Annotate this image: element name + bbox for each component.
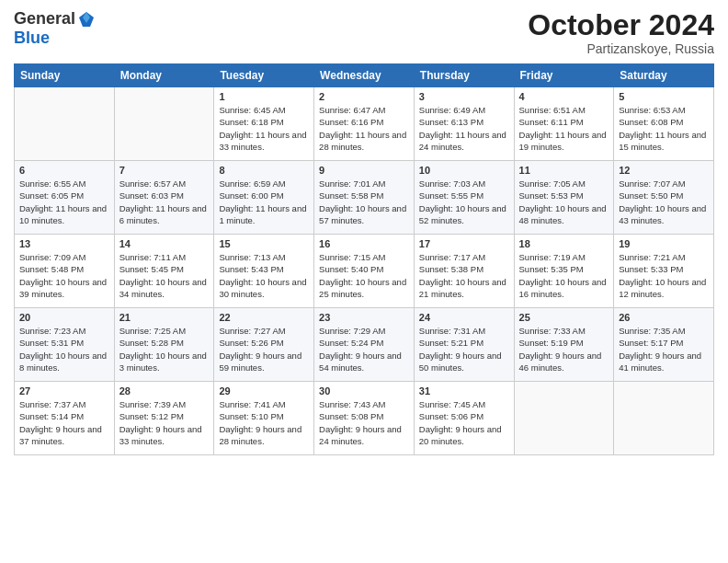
calendar-cell: 10Sunrise: 7:03 AM Sunset: 5:55 PM Dayli… (414, 161, 514, 235)
day-number: 9 (319, 165, 409, 176)
calendar-cell: 2Sunrise: 6:47 AM Sunset: 6:16 PM Daylig… (314, 87, 415, 161)
calendar-cell: 11Sunrise: 7:05 AM Sunset: 5:53 PM Dayli… (514, 161, 614, 235)
calendar-cell (614, 382, 714, 455)
day-number: 7 (119, 165, 210, 176)
calendar-cell: 29Sunrise: 7:41 AM Sunset: 5:10 PM Dayli… (214, 382, 314, 455)
calendar-week-row: 13Sunrise: 7:09 AM Sunset: 5:48 PM Dayli… (15, 235, 714, 308)
calendar-week-row: 27Sunrise: 7:37 AM Sunset: 5:14 PM Dayli… (15, 382, 714, 455)
day-info: Sunrise: 6:55 AM Sunset: 6:05 PM Dayligh… (19, 178, 109, 226)
calendar-cell: 15Sunrise: 7:13 AM Sunset: 5:43 PM Dayli… (214, 235, 314, 308)
day-info: Sunrise: 7:25 AM Sunset: 5:28 PM Dayligh… (119, 325, 210, 373)
day-info: Sunrise: 7:39 AM Sunset: 5:12 PM Dayligh… (119, 398, 210, 447)
day-number: 25 (519, 312, 609, 323)
day-info: Sunrise: 6:59 AM Sunset: 6:00 PM Dayligh… (219, 178, 309, 226)
calendar-table: SundayMondayTuesdayWednesdayThursdayFrid… (14, 63, 714, 455)
day-number: 2 (319, 91, 409, 102)
day-number: 26 (619, 312, 709, 323)
day-info: Sunrise: 6:51 AM Sunset: 6:11 PM Dayligh… (519, 104, 609, 153)
day-number: 24 (419, 312, 509, 323)
weekday-header-monday: Monday (114, 64, 214, 87)
weekday-header-thursday: Thursday (414, 64, 514, 87)
day-info: Sunrise: 7:21 AM Sunset: 5:33 PM Dayligh… (619, 251, 709, 300)
day-info: Sunrise: 7:17 AM Sunset: 5:38 PM Dayligh… (419, 251, 509, 300)
day-number: 3 (419, 91, 509, 102)
day-number: 13 (19, 238, 109, 249)
calendar-cell: 4Sunrise: 6:51 AM Sunset: 6:11 PM Daylig… (514, 87, 614, 161)
day-number: 23 (319, 312, 409, 323)
day-info: Sunrise: 7:35 AM Sunset: 5:17 PM Dayligh… (619, 325, 709, 373)
calendar-cell: 30Sunrise: 7:43 AM Sunset: 5:08 PM Dayli… (314, 382, 415, 455)
day-number: 5 (619, 91, 709, 102)
calendar-cell: 8Sunrise: 6:59 AM Sunset: 6:00 PM Daylig… (214, 161, 314, 235)
calendar-cell: 1Sunrise: 6:45 AM Sunset: 6:18 PM Daylig… (214, 87, 314, 161)
day-number: 22 (219, 312, 309, 323)
calendar-body: 1Sunrise: 6:45 AM Sunset: 6:18 PM Daylig… (15, 87, 714, 455)
day-info: Sunrise: 7:01 AM Sunset: 5:58 PM Dayligh… (319, 178, 409, 226)
calendar-cell: 18Sunrise: 7:19 AM Sunset: 5:35 PM Dayli… (514, 235, 614, 308)
day-info: Sunrise: 7:13 AM Sunset: 5:43 PM Dayligh… (219, 251, 309, 300)
day-info: Sunrise: 7:19 AM Sunset: 5:35 PM Dayligh… (519, 251, 609, 300)
calendar-cell: 5Sunrise: 6:53 AM Sunset: 6:08 PM Daylig… (614, 87, 714, 161)
day-info: Sunrise: 7:07 AM Sunset: 5:50 PM Dayligh… (619, 178, 709, 226)
day-number: 30 (319, 385, 409, 396)
calendar-cell: 23Sunrise: 7:29 AM Sunset: 5:24 PM Dayli… (314, 308, 415, 382)
day-number: 28 (119, 385, 210, 396)
calendar-cell: 3Sunrise: 6:49 AM Sunset: 6:13 PM Daylig… (414, 87, 514, 161)
day-number: 20 (19, 312, 109, 323)
day-info: Sunrise: 7:41 AM Sunset: 5:10 PM Dayligh… (219, 398, 309, 447)
day-info: Sunrise: 7:05 AM Sunset: 5:53 PM Dayligh… (519, 178, 609, 226)
day-info: Sunrise: 6:57 AM Sunset: 6:03 PM Dayligh… (119, 178, 210, 226)
calendar-week-row: 6Sunrise: 6:55 AM Sunset: 6:05 PM Daylig… (15, 161, 714, 235)
calendar-cell: 31Sunrise: 7:45 AM Sunset: 5:06 PM Dayli… (414, 382, 514, 455)
calendar-cell: 24Sunrise: 7:31 AM Sunset: 5:21 PM Dayli… (414, 308, 514, 382)
day-info: Sunrise: 7:03 AM Sunset: 5:55 PM Dayligh… (419, 178, 509, 226)
calendar-cell: 12Sunrise: 7:07 AM Sunset: 5:50 PM Dayli… (614, 161, 714, 235)
day-number: 29 (219, 385, 309, 396)
calendar-cell: 14Sunrise: 7:11 AM Sunset: 5:45 PM Dayli… (114, 235, 214, 308)
day-info: Sunrise: 7:27 AM Sunset: 5:26 PM Dayligh… (219, 325, 309, 373)
calendar-cell: 19Sunrise: 7:21 AM Sunset: 5:33 PM Dayli… (614, 235, 714, 308)
calendar-cell: 26Sunrise: 7:35 AM Sunset: 5:17 PM Dayli… (614, 308, 714, 382)
logo: General Blue (14, 9, 96, 48)
weekday-header-saturday: Saturday (614, 64, 714, 87)
day-info: Sunrise: 6:45 AM Sunset: 6:18 PM Dayligh… (219, 104, 309, 153)
day-number: 12 (619, 165, 709, 176)
page: General Blue October 2024 Partizanskoye,… (0, 0, 728, 563)
day-info: Sunrise: 7:15 AM Sunset: 5:40 PM Dayligh… (319, 251, 409, 300)
calendar-cell: 21Sunrise: 7:25 AM Sunset: 5:28 PM Dayli… (114, 308, 214, 382)
day-info: Sunrise: 7:09 AM Sunset: 5:48 PM Dayligh… (19, 251, 109, 300)
header: General Blue October 2024 Partizanskoye,… (14, 9, 714, 56)
title-block: October 2024 Partizanskoye, Russia (528, 9, 714, 56)
calendar-cell: 25Sunrise: 7:33 AM Sunset: 5:19 PM Dayli… (514, 308, 614, 382)
day-number: 31 (419, 385, 509, 396)
day-number: 19 (619, 238, 709, 249)
day-info: Sunrise: 7:43 AM Sunset: 5:08 PM Dayligh… (319, 398, 409, 447)
calendar-cell: 27Sunrise: 7:37 AM Sunset: 5:14 PM Dayli… (15, 382, 115, 455)
logo-blue: Blue (14, 29, 50, 48)
day-info: Sunrise: 6:47 AM Sunset: 6:16 PM Dayligh… (319, 104, 409, 153)
calendar-cell (114, 87, 214, 161)
calendar-cell: 9Sunrise: 7:01 AM Sunset: 5:58 PM Daylig… (314, 161, 415, 235)
day-info: Sunrise: 6:53 AM Sunset: 6:08 PM Dayligh… (619, 104, 709, 153)
weekday-header-wednesday: Wednesday (314, 64, 415, 87)
calendar-cell: 20Sunrise: 7:23 AM Sunset: 5:31 PM Dayli… (15, 308, 115, 382)
calendar-cell: 7Sunrise: 6:57 AM Sunset: 6:03 PM Daylig… (114, 161, 214, 235)
day-info: Sunrise: 7:23 AM Sunset: 5:31 PM Dayligh… (19, 325, 109, 373)
day-number: 4 (519, 91, 609, 102)
calendar-week-row: 1Sunrise: 6:45 AM Sunset: 6:18 PM Daylig… (15, 87, 714, 161)
day-info: Sunrise: 7:37 AM Sunset: 5:14 PM Dayligh… (19, 398, 109, 447)
day-number: 17 (419, 238, 509, 249)
calendar-cell: 13Sunrise: 7:09 AM Sunset: 5:48 PM Dayli… (15, 235, 115, 308)
calendar-week-row: 20Sunrise: 7:23 AM Sunset: 5:31 PM Dayli… (15, 308, 714, 382)
weekday-header-sunday: Sunday (15, 64, 115, 87)
day-info: Sunrise: 7:11 AM Sunset: 5:45 PM Dayligh… (119, 251, 210, 300)
day-number: 27 (19, 385, 109, 396)
weekday-header-tuesday: Tuesday (214, 64, 314, 87)
day-info: Sunrise: 7:33 AM Sunset: 5:19 PM Dayligh… (519, 325, 609, 373)
day-info: Sunrise: 7:45 AM Sunset: 5:06 PM Dayligh… (419, 398, 509, 447)
calendar-cell: 28Sunrise: 7:39 AM Sunset: 5:12 PM Dayli… (114, 382, 214, 455)
logo-flag-icon (77, 10, 96, 29)
day-number: 16 (319, 238, 409, 249)
day-info: Sunrise: 7:31 AM Sunset: 5:21 PM Dayligh… (419, 325, 509, 373)
day-number: 8 (219, 165, 309, 176)
